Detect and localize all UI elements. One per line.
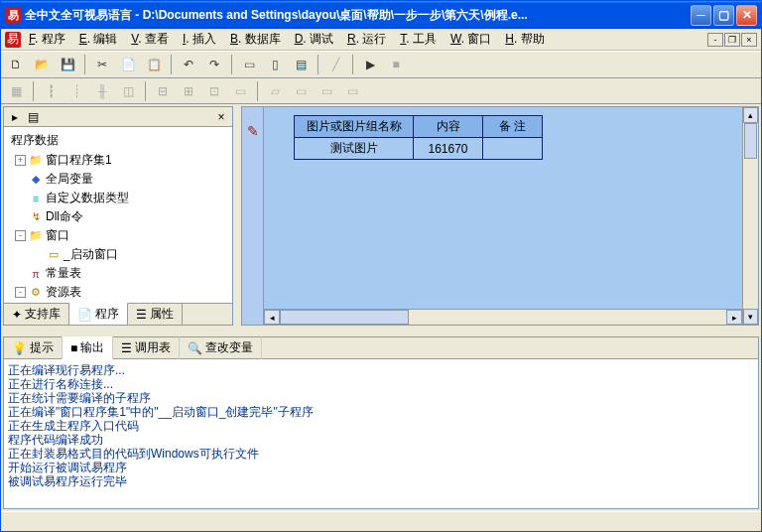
table-header[interactable]: 内容	[414, 116, 483, 138]
editor-canvas[interactable]: 图片或图片组名称内容备 注 测试图片161670 ◂ ▸	[264, 107, 742, 325]
menu-r[interactable]: R. 运行	[341, 29, 392, 50]
window3-icon[interactable]: ▤	[290, 54, 312, 75]
copy-icon[interactable]: 📄	[117, 54, 139, 75]
table-cell[interactable]: 测试图片	[295, 138, 414, 160]
editor-gutter: ✎	[242, 107, 264, 325]
left-tab[interactable]: ✦支持库	[4, 304, 69, 325]
save-file-icon[interactable]: 💾	[57, 54, 78, 75]
node-icon: 📁	[29, 230, 43, 242]
horizontal-scrollbar[interactable]: ◂ ▸	[264, 309, 742, 325]
w4-icon[interactable]: ╫	[91, 80, 113, 102]
tree-item[interactable]: -⚙资源表	[7, 283, 229, 302]
scroll-right-icon[interactable]: ▸	[726, 310, 742, 325]
stop-icon[interactable]: ■	[385, 54, 407, 75]
tree-item[interactable]: -📁窗口	[7, 226, 229, 245]
table-cell[interactable]: 161670	[414, 138, 483, 160]
tree-item[interactable]: ◆全局变量	[7, 170, 229, 189]
w2-icon[interactable]: ┇	[40, 80, 62, 102]
menu-b[interactable]: B. 数据库	[224, 29, 287, 50]
panel-mode-icon[interactable]: ▤	[26, 110, 40, 124]
output-tab[interactable]: 🔍查改变量	[180, 336, 262, 359]
log-line: 正在封装易格式目的代码到Windows可执行文件	[8, 447, 754, 461]
output-log[interactable]: 正在编译现行易程序...正在进行名称连接...正在统计需要编译的子程序正在编译"…	[4, 359, 758, 508]
w6-icon[interactable]: ⊟	[152, 80, 174, 102]
tree-item[interactable]: +📁窗口程序集1	[7, 151, 229, 170]
tree-item-label: 常量表	[46, 265, 81, 282]
menu-h[interactable]: H. 帮助	[499, 29, 550, 50]
tree-item-label: _启动窗口	[64, 246, 118, 263]
scroll-down-icon[interactable]: ▾	[743, 309, 758, 325]
w8-icon[interactable]: ⊡	[203, 80, 225, 102]
tree-item[interactable]: ↯Dll命令	[7, 207, 229, 226]
output-tab[interactable]: 💡提示	[4, 336, 63, 359]
table-row[interactable]: 测试图片161670	[295, 138, 543, 160]
w11-icon[interactable]: ▭	[290, 80, 312, 102]
panel-close-icon[interactable]: ×	[214, 110, 228, 124]
w10-icon[interactable]: ▱	[264, 80, 286, 102]
mdi-minimize-button[interactable]: -	[707, 33, 723, 47]
scroll-left-icon[interactable]: ◂	[264, 310, 280, 325]
redo-icon[interactable]: ↷	[203, 54, 225, 75]
w3-icon[interactable]: ┊	[65, 80, 87, 102]
editor-pane: ✎ 图片或图片组名称内容备 注 测试图片161670 ◂ ▸ ▴	[241, 106, 759, 326]
w7-icon[interactable]: ⊞	[178, 80, 199, 102]
new-file-icon[interactable]: 🗋	[5, 54, 27, 75]
menu-f[interactable]: F. 程序	[23, 29, 71, 50]
output-tab[interactable]: ☰调用表	[113, 336, 180, 359]
table-header[interactable]: 图片或图片组名称	[295, 116, 414, 138]
w5-icon[interactable]: ◫	[117, 80, 139, 102]
open-file-icon[interactable]: 📂	[31, 54, 53, 75]
undo-icon[interactable]: ↶	[178, 54, 199, 75]
menu-w[interactable]: W. 窗口	[444, 29, 497, 50]
menu-i[interactable]: I. 插入	[177, 29, 222, 50]
tree-item-label: 窗口	[46, 227, 69, 244]
tree-item[interactable]: ▭_启动窗口	[7, 245, 229, 264]
resource-table[interactable]: 图片或图片组名称内容备 注 测试图片161670	[294, 115, 543, 160]
expand-icon[interactable]: -	[15, 287, 26, 298]
tool-icon[interactable]: ╱	[324, 54, 346, 75]
left-tab[interactable]: 📄程序	[69, 303, 128, 325]
scroll-v-thumb[interactable]	[744, 123, 757, 159]
mdi-close-button[interactable]: ×	[741, 33, 757, 47]
cut-icon[interactable]: ✂	[91, 54, 113, 75]
vertical-scrollbar[interactable]: ▴ ▾	[742, 107, 758, 325]
menu-e[interactable]: E. 编辑	[73, 29, 124, 50]
mdi-restore-button[interactable]: ❐	[724, 33, 740, 47]
titlebar[interactable]: 易 全中文全可视易语言 - D:\Documents and Settings\…	[1, 1, 761, 29]
project-tree[interactable]: 程序数据 +📁窗口程序集1◆全局变量≡自定义数据类型↯Dll命令-📁窗口▭_启动…	[4, 127, 232, 303]
w13-icon[interactable]: ▭	[341, 80, 363, 102]
w1-icon[interactable]: ▦	[5, 80, 27, 102]
minimize-button[interactable]: ─	[691, 5, 711, 26]
tab-label: 查改变量	[205, 339, 253, 356]
paste-icon[interactable]: 📋	[143, 54, 165, 75]
vertical-splitter[interactable]	[235, 104, 239, 328]
log-line: 正在统计需要编译的子程序	[8, 391, 754, 405]
expand-icon[interactable]: +	[15, 155, 26, 166]
w12-icon[interactable]: ▭	[316, 80, 337, 102]
table-header[interactable]: 备 注	[483, 116, 543, 138]
window1-icon[interactable]: ▭	[238, 54, 260, 75]
tab-icon: 📄	[77, 308, 92, 322]
left-tab[interactable]: ☰属性	[128, 304, 183, 325]
tree-item[interactable]: ≡自定义数据类型	[7, 189, 229, 207]
tree-item[interactable]: π常量表	[7, 264, 229, 283]
scroll-up-icon[interactable]: ▴	[743, 107, 758, 123]
run-icon[interactable]: ▶	[359, 54, 381, 75]
tab-icon: 💡	[12, 341, 27, 355]
menu-v[interactable]: V. 查看	[125, 29, 175, 50]
window2-icon[interactable]: ▯	[264, 54, 286, 75]
table-cell[interactable]	[483, 138, 543, 160]
panel-pin-icon[interactable]: ▸	[8, 110, 22, 124]
tab-label: 输出	[80, 339, 104, 356]
log-line: 正在生成主程序入口代码	[8, 419, 754, 433]
output-tab[interactable]: ■输出	[63, 336, 113, 359]
toolbar-widgets: ▦ ┇ ┊ ╫ ◫ ⊟ ⊞ ⊡ ▭ ▱ ▭ ▭ ▭	[1, 78, 761, 104]
horizontal-splitter[interactable]	[1, 331, 761, 334]
menu-d[interactable]: D. 调试	[289, 29, 339, 50]
scroll-h-thumb[interactable]	[280, 310, 409, 325]
expand-icon[interactable]: -	[15, 230, 26, 241]
w9-icon[interactable]: ▭	[229, 80, 251, 102]
maximize-button[interactable]: ▢	[713, 5, 734, 26]
close-button[interactable]: ✕	[736, 5, 757, 26]
menu-t[interactable]: T. 工具	[394, 29, 443, 50]
